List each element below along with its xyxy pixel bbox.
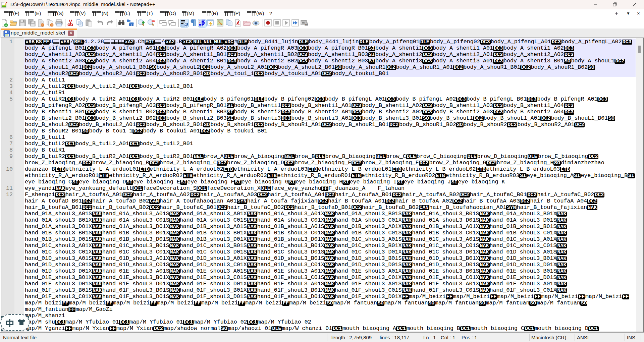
svg-text:REC: REC — [305, 23, 308, 25]
